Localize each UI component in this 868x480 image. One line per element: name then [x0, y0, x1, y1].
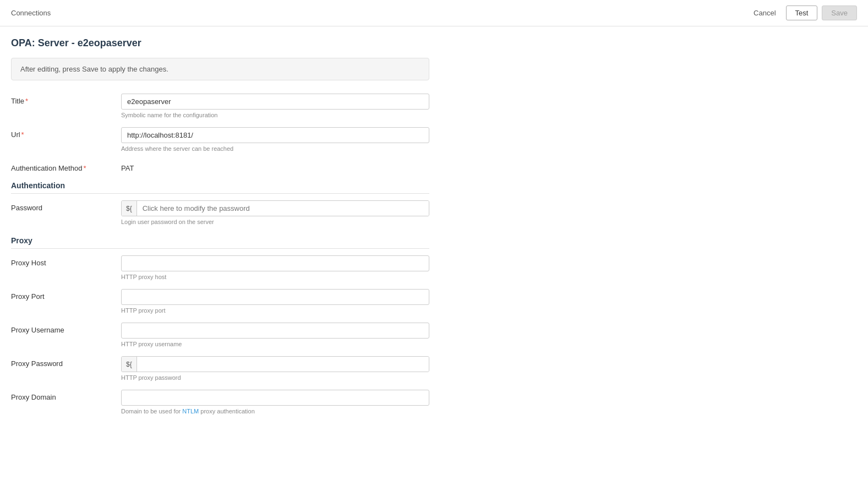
url-row: Url* Address where the server can be rea…	[11, 127, 429, 152]
title-required-star: *	[25, 97, 28, 105]
password-row: Password ${ Login user password on the s…	[11, 200, 429, 225]
password-prefix: ${	[122, 201, 137, 216]
proxy-domain-hint: Domain to be used for NTLM proxy authent…	[121, 408, 429, 414]
proxy-domain-row: Proxy Domain Domain to be used for NTLM …	[11, 390, 429, 414]
proxy-port-row: Proxy Port HTTP proxy port	[11, 289, 429, 314]
proxy-host-input[interactable]	[121, 255, 429, 271]
proxy-username-input[interactable]	[121, 323, 429, 339]
cancel-button[interactable]: Cancel	[748, 6, 781, 20]
proxy-port-label: Proxy Port	[11, 289, 121, 301]
password-hint: Login user password on the server	[121, 219, 429, 225]
title-label: Title*	[11, 94, 121, 105]
page-title: OPA: Server - e2eopaserver	[11, 37, 429, 49]
test-button[interactable]: Test	[786, 6, 818, 20]
proxy-section-header: Proxy	[11, 236, 429, 249]
proxy-password-hint: HTTP proxy password	[121, 374, 429, 381]
auth-method-label: Authentication Method*	[11, 161, 121, 172]
ntlm-link[interactable]: NTLM	[182, 408, 199, 414]
password-input-wrapper: ${	[121, 200, 429, 216]
auth-method-required-star: *	[83, 164, 86, 172]
proxy-host-field-group: HTTP proxy host	[121, 255, 429, 280]
proxy-username-row: Proxy Username HTTP proxy username	[11, 323, 429, 347]
password-label: Password	[11, 200, 121, 212]
proxy-password-input-wrapper: ${	[121, 356, 429, 372]
url-input[interactable]	[121, 127, 429, 143]
url-field-group: Address where the server can be reached	[121, 127, 429, 152]
info-banner: After editing, press Save to apply the c…	[11, 58, 429, 80]
topbar-actions: Cancel Test Save	[748, 6, 857, 20]
authentication-section-header: Authentication	[11, 181, 429, 194]
proxy-domain-field-group: Domain to be used for NTLM proxy authent…	[121, 390, 429, 414]
proxy-port-field-group: HTTP proxy port	[121, 289, 429, 314]
proxy-section: Proxy Proxy Host HTTP proxy host Proxy P…	[11, 236, 429, 414]
proxy-port-input[interactable]	[121, 289, 429, 305]
url-hint: Address where the server can be reached	[121, 145, 429, 152]
proxy-password-prefix: ${	[122, 357, 137, 372]
title-row: Title* Symbolic name for the configurati…	[11, 94, 429, 118]
authentication-section: Authentication Password ${ Login user pa…	[11, 181, 429, 225]
proxy-domain-input[interactable]	[121, 390, 429, 406]
url-required-star: *	[21, 130, 24, 139]
password-field-group: ${ Login user password on the server	[121, 200, 429, 225]
topbar: Connections Cancel Test Save	[0, 0, 868, 26]
proxy-username-hint: HTTP proxy username	[121, 341, 429, 347]
proxy-password-field-group: ${ HTTP proxy password	[121, 356, 429, 381]
proxy-username-field-group: HTTP proxy username	[121, 323, 429, 347]
proxy-password-label: Proxy Password	[11, 356, 121, 368]
proxy-password-row: Proxy Password ${ HTTP proxy password	[11, 356, 429, 381]
title-input[interactable]	[121, 94, 429, 110]
topbar-title: Connections	[11, 9, 51, 17]
password-input[interactable]	[137, 201, 429, 216]
auth-method-row: Authentication Method* PAT	[11, 161, 429, 172]
main-content: OPA: Server - e2eopaserver After editing…	[0, 26, 440, 437]
proxy-host-hint: HTTP proxy host	[121, 274, 429, 280]
proxy-host-row: Proxy Host HTTP proxy host	[11, 255, 429, 280]
proxy-port-hint: HTTP proxy port	[121, 307, 429, 314]
url-label: Url*	[11, 127, 121, 139]
proxy-username-label: Proxy Username	[11, 323, 121, 334]
proxy-host-label: Proxy Host	[11, 255, 121, 267]
proxy-domain-label: Proxy Domain	[11, 390, 121, 401]
auth-method-value: PAT	[121, 161, 134, 172]
title-hint: Symbolic name for the configuration	[121, 112, 429, 118]
proxy-password-input[interactable]	[137, 357, 429, 372]
save-button[interactable]: Save	[822, 6, 857, 20]
title-field-group: Symbolic name for the configuration	[121, 94, 429, 118]
